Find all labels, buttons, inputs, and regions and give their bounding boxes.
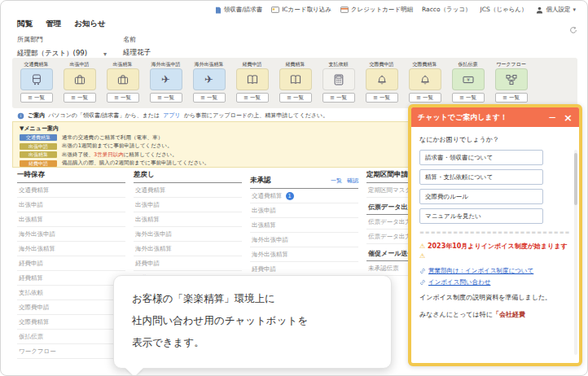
- tab-manage[interactable]: 管理: [46, 19, 61, 29]
- card-list-button[interactable]: ≡一覧: [366, 93, 398, 103]
- chat-link[interactable]: インボイス問い合わせ: [419, 278, 569, 286]
- card-list-button[interactable]: ≡一覧: [409, 93, 441, 103]
- menu-guide-text: 出張の1週間前までに事前申請してください。: [62, 142, 173, 150]
- chat-title: チャットでご案内します！: [418, 112, 542, 123]
- notice-app-link[interactable]: アプリ: [163, 111, 181, 120]
- menu-card[interactable]: 交際費申請≡一覧: [364, 61, 399, 103]
- menu-card[interactable]: 出張精算≡一覧: [105, 61, 140, 103]
- topbar-item[interactable]: 個人設定▾: [536, 6, 576, 14]
- chat-option-button[interactable]: 交際費のルール: [419, 189, 543, 204]
- card-tile[interactable]: [107, 68, 139, 90]
- board-item[interactable]: 出張精算: [17, 212, 125, 227]
- card-tile[interactable]: [236, 68, 269, 90]
- card-list-button[interactable]: ≡一覧: [107, 93, 139, 103]
- board-item[interactable]: 出張申請: [17, 198, 125, 212]
- topbar-item[interactable]: JCS（じゃらん）: [480, 6, 528, 14]
- card-list-button[interactable]: ≡一覧: [323, 93, 355, 103]
- board-item[interactable]: 交通費精算: [134, 183, 242, 198]
- column-header: 一時保存: [17, 170, 125, 183]
- board-item[interactable]: 経費申請: [17, 256, 125, 271]
- board-item[interactable]: 出張精算: [250, 218, 358, 233]
- card-tile[interactable]: [20, 68, 53, 90]
- topbar-item[interactable]: ICカード取り込み: [271, 6, 331, 14]
- board-column: 一時保存交通費精算出張申請出張精算海外出張申請海外出張精算経費申請経費精算支払依…: [17, 170, 125, 365]
- board-item[interactable]: 海外出張精算: [17, 242, 125, 256]
- board-item[interactable]: 仮払伝票: [17, 330, 125, 344]
- board-item[interactable]: ワークフロー: [17, 344, 125, 359]
- name-label: 名前: [123, 35, 151, 44]
- list-icon: ≡: [157, 94, 162, 101]
- board-item[interactable]: 海外出張申請: [250, 233, 358, 247]
- menu-card[interactable]: 交際費精算≡一覧: [407, 61, 442, 103]
- card-tile[interactable]: [64, 68, 96, 90]
- board-item[interactable]: 経費精算: [17, 271, 125, 286]
- card-tile[interactable]: ✈: [150, 68, 182, 90]
- card-tile[interactable]: ✈: [193, 68, 226, 90]
- menu-card[interactable]: 海外出張精算✈≡一覧: [191, 61, 226, 103]
- menu-card[interactable]: 交通費精算≡一覧: [19, 61, 54, 103]
- menu-card[interactable]: 経費精算≡一覧: [278, 61, 313, 103]
- card-list-button[interactable]: ≡一覧: [20, 93, 53, 103]
- card-list-button[interactable]: ≡一覧: [150, 93, 182, 103]
- refresh-icon[interactable]: [569, 22, 577, 37]
- menu-card[interactable]: 経費申請≡一覧: [235, 61, 270, 103]
- card-tile[interactable]: [279, 68, 312, 90]
- board-item[interactable]: 海外出張申請: [134, 227, 242, 242]
- menu-card[interactable]: 海外出張申請✈≡一覧: [148, 61, 183, 103]
- card-list-label: 一覧: [466, 94, 476, 102]
- topbar-item[interactable]: クレジットカード明細: [340, 6, 413, 14]
- menu-card[interactable]: 仮払伝票¥≡一覧: [450, 61, 485, 103]
- topbar-item[interactable]: Racco（ラッコ）: [422, 6, 472, 14]
- chat-option-button[interactable]: 精算・支払依頼について: [419, 169, 543, 185]
- board-item[interactable]: 海外出張精算: [250, 247, 358, 262]
- card-list-button[interactable]: ≡一覧: [452, 93, 485, 103]
- card-tile[interactable]: [366, 68, 398, 90]
- board-item[interactable]: 支払依頼: [17, 286, 125, 300]
- board-item[interactable]: 海外出張申請: [17, 227, 125, 242]
- board-item[interactable]: 交際費精算: [17, 315, 125, 330]
- board-item[interactable]: 出張申請: [250, 203, 358, 218]
- minimize-icon[interactable]: −: [548, 112, 556, 122]
- card-list-button[interactable]: ≡一覧: [279, 93, 312, 103]
- board-item[interactable]: 交際費申請: [17, 300, 125, 315]
- card-label: 海外出張申請: [151, 61, 181, 68]
- board-item[interactable]: 交通費精算: [17, 183, 125, 198]
- chat-scrollbar-thumb[interactable]: [574, 153, 577, 205]
- board-item[interactable]: 出張申請: [134, 198, 242, 212]
- card-list-button[interactable]: ≡一覧: [495, 93, 528, 103]
- board-item[interactable]: 交通費精算1: [250, 189, 358, 203]
- board-item-label: 定期区間マスタ: [368, 186, 411, 195]
- chat-link[interactable]: 営業部向け：インボイス制度について: [419, 266, 569, 275]
- card-list-button[interactable]: ≡一覧: [236, 93, 269, 103]
- topbar-item[interactable]: 領収書/請求書: [215, 6, 263, 14]
- menu-card[interactable]: 出張申請≡一覧: [62, 61, 97, 103]
- close-icon[interactable]: ×: [564, 112, 573, 123]
- board-item-label: 交通費精算: [135, 186, 166, 195]
- column-title: 未承認: [250, 176, 271, 186]
- card-tile[interactable]: [409, 68, 441, 90]
- card-tile[interactable]: ¥: [452, 68, 485, 90]
- board-item[interactable]: 出張精算: [134, 212, 242, 227]
- menu-chip: 出張申請: [20, 143, 57, 150]
- chat-scrollbar[interactable]: [574, 150, 577, 355]
- train-icon: [30, 73, 43, 86]
- menu-card[interactable]: ワークフロー≡一覧: [494, 61, 529, 103]
- board-item-label: 仮払伝票: [19, 333, 43, 341]
- card-tile[interactable]: [323, 68, 355, 90]
- chat-option-button[interactable]: 請求書・領収書について: [419, 150, 543, 165]
- card-list-button[interactable]: ≡一覧: [64, 93, 96, 103]
- card-list-button[interactable]: ≡一覧: [193, 93, 226, 103]
- chat-option-button[interactable]: マニュアルを見たい: [419, 208, 543, 224]
- column-header-link[interactable]: 確認: [347, 177, 358, 184]
- card-label: 仮払伝票: [459, 61, 478, 68]
- column-header-link[interactable]: 一覧: [331, 177, 342, 184]
- menu-card[interactable]: 支払依頼≡一覧: [321, 61, 356, 103]
- card-tile[interactable]: [495, 68, 528, 90]
- board-item[interactable]: 海外出張精算: [134, 242, 242, 256]
- chevron-down-icon: ▾: [103, 50, 107, 58]
- tab-news[interactable]: お知らせ: [74, 19, 106, 29]
- name-field: 名前 経理花子: [123, 35, 151, 58]
- column-title: 差戻し: [134, 170, 155, 180]
- board-item[interactable]: 経費申請: [134, 256, 242, 271]
- tab-browse[interactable]: 閲覧: [17, 19, 33, 29]
